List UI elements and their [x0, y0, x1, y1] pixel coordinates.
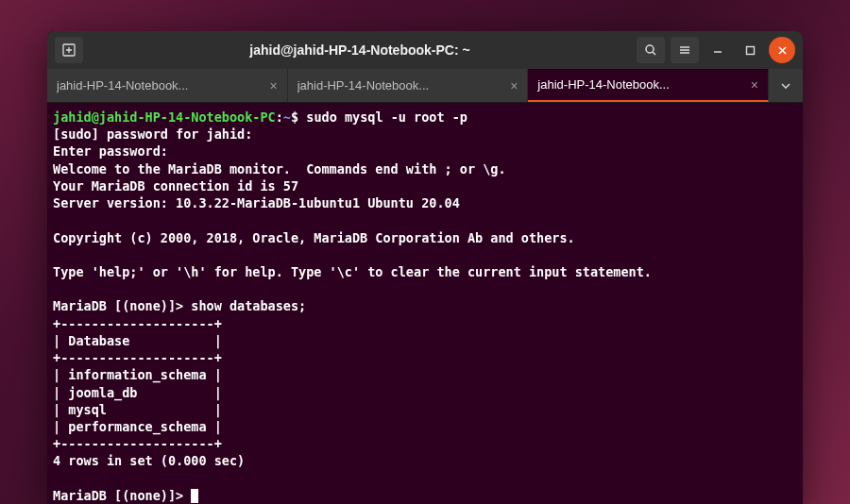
mariadb-prompt: MariaDB [(none)]> [53, 298, 183, 313]
line-welcome: Welcome to the MariaDB monitor. Commands… [53, 161, 506, 176]
window-title: jahid@jahid-HP-14-Notebook-PC: ~ [89, 42, 631, 58]
maximize-button[interactable] [737, 37, 763, 63]
table-border: +--------------------+ [53, 316, 222, 331]
show-databases-cmd: show databases; [191, 298, 306, 313]
table-row: | mysql | [53, 402, 222, 417]
new-tab-button[interactable] [55, 37, 83, 63]
command-text: sudo mysql -u root -p [306, 109, 468, 125]
table-border: +--------------------+ [53, 436, 222, 451]
table-row: | performance_schema | [53, 419, 222, 434]
prompt-sigil: $ [291, 109, 298, 125]
svg-point-3 [646, 45, 654, 53]
tab-close-icon[interactable]: × [510, 78, 518, 93]
search-button[interactable] [637, 37, 665, 63]
tab-3[interactable]: jahid-HP-14-Notebook... × [528, 69, 769, 102]
terminal-window: jahid@jahid-HP-14-Notebook-PC: ~ jahid-H… [47, 31, 803, 504]
tabbar: jahid-HP-14-Notebook... × jahid-HP-14-No… [47, 69, 803, 103]
tab-label: jahid-HP-14-Notebook... [57, 78, 188, 92]
line-help: Type 'help;' or '\h' for help. Type '\c'… [53, 264, 652, 279]
tab-2[interactable]: jahid-HP-14-Notebook... × [288, 69, 529, 102]
minimize-button[interactable] [705, 37, 731, 63]
tab-label: jahid-HP-14-Notebook... [537, 77, 669, 92]
line-copyright: Copyright (c) 2000, 2018, Oracle, MariaD… [53, 230, 575, 245]
table-row: | joomla_db | [53, 385, 222, 400]
tab-close-icon[interactable]: × [269, 78, 277, 93]
line-sudo: [sudo] password for jahid: [53, 126, 252, 142]
svg-line-4 [653, 52, 655, 55]
row-count: 4 rows in set (0.000 sec) [53, 453, 245, 468]
table-border: +--------------------+ [53, 350, 222, 365]
menu-button[interactable] [671, 37, 699, 63]
tab-1[interactable]: jahid-HP-14-Notebook... × [47, 69, 288, 102]
tab-close-icon[interactable]: × [751, 77, 758, 92]
prompt-userhost: jahid@jahid-HP-14-Notebook-PC [53, 109, 276, 125]
titlebar: jahid@jahid-HP-14-Notebook-PC: ~ [47, 31, 803, 69]
titlebar-right [637, 37, 795, 63]
prompt-sep: : [276, 109, 283, 125]
line-connid: Your MariaDB connection id is 57 [53, 178, 298, 193]
table-header: | Database | [53, 333, 222, 348]
line-enter: Enter password: [53, 143, 168, 159]
cursor [191, 489, 198, 503]
terminal-output[interactable]: jahid@jahid-HP-14-Notebook-PC:~$ sudo my… [47, 103, 803, 504]
tab-label: jahid-HP-14-Notebook... [298, 78, 429, 92]
close-button[interactable] [769, 37, 795, 63]
table-row: | information_schema | [53, 367, 222, 382]
line-server: Server version: 10.3.22-MariaDB-1ubuntu1… [53, 195, 460, 210]
prompt-cwd: ~ [283, 109, 291, 125]
tab-dropdown-button[interactable] [769, 69, 803, 102]
svg-rect-9 [746, 46, 754, 54]
mariadb-prompt: MariaDB [(none)]> [53, 488, 183, 503]
